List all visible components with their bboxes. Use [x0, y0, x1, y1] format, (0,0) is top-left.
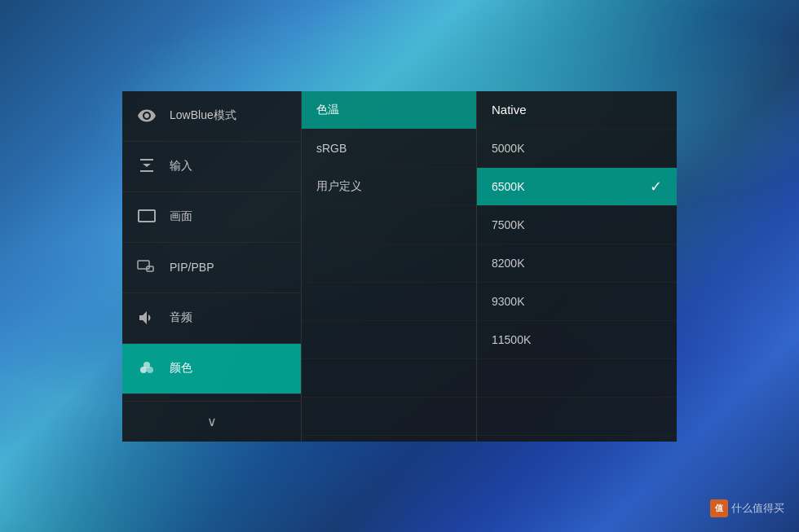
middle-column: 色温 sRGB 用户定义	[302, 91, 477, 442]
middle-item-srgb[interactable]: sRGB	[302, 130, 476, 168]
check-icon: ✓	[650, 178, 662, 196]
middle-item-empty5	[302, 359, 476, 398]
right-column: Native 5000K 6500K ✓ 7500K 8200K 9300K 1…	[477, 91, 677, 442]
sidebar-item-pip[interactable]: PIP/PBP	[122, 243, 301, 293]
sidebar: LowBlue模式 输入 画面	[122, 91, 302, 442]
eye-icon	[135, 104, 158, 127]
osd-menu: LowBlue模式 输入 画面	[122, 91, 677, 442]
middle-item-empty2	[302, 244, 476, 283]
middle-item-color-temp[interactable]: 色温	[302, 91, 476, 130]
color-icon	[135, 357, 158, 380]
middle-item-empty1	[302, 206, 476, 244]
sidebar-item-screen[interactable]: 画面	[122, 192, 301, 243]
pip-icon	[135, 256, 158, 279]
sidebar-item-lowblue[interactable]: LowBlue模式	[122, 91, 301, 142]
right-item-5000k[interactable]: 5000K	[477, 130, 677, 168]
sidebar-label-screen: 画面	[170, 209, 192, 224]
svg-rect-1	[138, 261, 149, 269]
sidebar-item-color[interactable]: 颜色	[122, 344, 301, 394]
right-item-empty2	[477, 398, 677, 436]
right-item-8200k[interactable]: 8200K	[477, 244, 677, 283]
input-icon	[135, 155, 158, 178]
audio-icon	[135, 306, 158, 329]
middle-item-empty6	[302, 398, 476, 436]
watermark: 值 什么值得买	[710, 499, 784, 517]
right-item-6500k[interactable]: 6500K ✓	[477, 168, 677, 206]
sidebar-item-audio[interactable]: 音频	[122, 293, 301, 344]
sidebar-label-input: 输入	[170, 159, 192, 174]
svg-rect-0	[139, 210, 155, 222]
right-item-9300k[interactable]: 9300K	[477, 283, 677, 321]
sidebar-label-color: 颜色	[170, 361, 192, 376]
middle-item-empty3	[302, 283, 476, 321]
right-item-empty1	[477, 359, 677, 398]
sidebar-item-input[interactable]: 输入	[122, 142, 301, 192]
right-item-7500k[interactable]: 7500K	[477, 206, 677, 244]
middle-item-user-defined[interactable]: 用户定义	[302, 168, 476, 206]
screen-icon	[135, 205, 158, 228]
watermark-text: 什么值得买	[731, 501, 784, 516]
right-item-native[interactable]: Native	[477, 91, 677, 130]
right-item-11500k[interactable]: 11500K	[477, 321, 677, 359]
sidebar-down-arrow[interactable]: ∨	[122, 401, 301, 442]
svg-point-5	[143, 362, 150, 368]
watermark-logo: 值	[710, 499, 728, 517]
sidebar-label-pip: PIP/PBP	[170, 261, 214, 274]
middle-item-empty4	[302, 321, 476, 359]
sidebar-label-audio: 音频	[170, 310, 192, 325]
sidebar-label-lowblue: LowBlue模式	[170, 108, 236, 123]
